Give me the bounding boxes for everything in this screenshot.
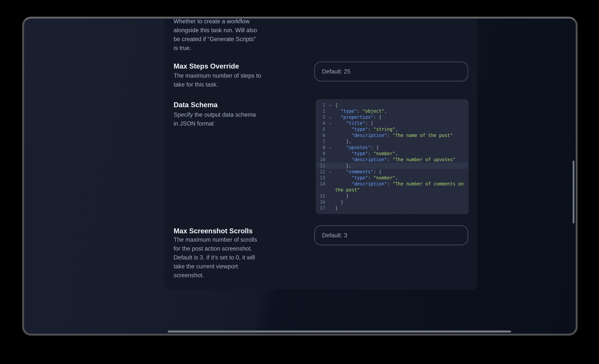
fold-gutter [325, 169, 335, 173]
code-line-text: "type": "number", [335, 175, 465, 181]
code-line-text: "title": { [335, 120, 465, 126]
fold-gutter [325, 102, 335, 106]
code-line-text: "description": "The number of upvotes" [335, 157, 465, 163]
code-line-text: "description": "The number of comments o… [335, 181, 465, 193]
line-number: 5 [316, 126, 325, 132]
data-schema-label: Data Schema [174, 101, 291, 109]
code-line: 10 "description": "The number of upvotes… [316, 157, 468, 163]
line-number: 1 [316, 102, 325, 108]
code-line-text: "comments": { [335, 169, 465, 175]
create-workflow-description: Whether to create a workflow alongside t… [174, 17, 287, 53]
code-line: 2 "type": "object", [316, 108, 468, 114]
horizontal-scrollbar-thumb[interactable] [168, 330, 511, 333]
line-number: 4 [316, 120, 325, 126]
fold-gutter [325, 181, 335, 183]
code-line-text: }, [335, 138, 465, 144]
line-number: 13 [316, 175, 325, 181]
code-line: 4 "title": { [316, 120, 468, 126]
code-line-text: } [335, 193, 465, 199]
fold-gutter [325, 108, 335, 110]
code-line: 6 "description": "The name of the post" [316, 132, 468, 138]
fold-gutter [325, 163, 335, 165]
fold-gutter [325, 175, 335, 177]
line-number: 8 [316, 144, 325, 151]
fold-gutter [325, 138, 335, 141]
fold-gutter [325, 144, 335, 148]
fold-gutter [325, 199, 335, 201]
code-line: 9 "type": "number", [316, 151, 468, 157]
code-line: 8 "upvotes": { [316, 144, 468, 151]
fold-gutter [325, 205, 335, 207]
fold-gutter [325, 126, 335, 128]
code-line: 1{ [316, 102, 468, 108]
device-display-frame: Whether to create a workflow alongside t… [22, 17, 578, 336]
code-line: 3 "properties": { [316, 114, 468, 120]
line-number: 7 [316, 138, 325, 144]
max-steps-description: The maximum number of steps to take for … [174, 71, 291, 89]
fold-gutter [325, 120, 335, 124]
max-screenshot-scrolls-description: The maximum number of scrolls for the po… [174, 235, 291, 280]
max-screenshot-scrolls-label: Max Screenshot Scrolls [174, 227, 291, 235]
chevron-down-icon[interactable] [329, 116, 332, 118]
code-line-text: "properties": { [335, 114, 465, 120]
fold-gutter [325, 114, 335, 118]
code-line-text: }, [335, 163, 465, 169]
line-number: 9 [316, 151, 325, 157]
chevron-down-icon[interactable] [329, 146, 332, 149]
max-screenshot-scrolls-input[interactable] [314, 225, 468, 245]
line-number: 6 [316, 132, 325, 138]
code-line-text: "description": "The name of the post" [335, 132, 465, 138]
fold-gutter [325, 157, 335, 159]
line-number: 14 [316, 181, 325, 187]
code-line: 14 "description": "The number of comment… [316, 181, 468, 193]
app-screen: Whether to create a workflow alongside t… [24, 18, 576, 334]
code-line: 12 "comments": { [316, 169, 468, 175]
code-line-text: } [335, 199, 465, 205]
code-line: 5 "type": "string", [316, 126, 468, 132]
line-number: 15 [316, 193, 325, 199]
code-line-text: "type": "number", [335, 151, 465, 157]
code-line: 15 } [316, 193, 468, 199]
line-number: 16 [316, 199, 325, 205]
chevron-down-icon[interactable] [329, 170, 332, 173]
code-line-text: "type": "object", [335, 108, 465, 114]
fold-gutter [325, 132, 335, 134]
code-line: 17} [316, 205, 468, 211]
line-number: 17 [316, 205, 325, 211]
code-editor-lines: 1{2 "type": "object",3 "properties": {4 … [316, 102, 468, 211]
code-line: 7 }, [316, 138, 468, 144]
fold-gutter [325, 193, 335, 195]
code-line-text: { [335, 102, 465, 108]
code-line: 16 } [316, 199, 468, 205]
data-schema-code-editor[interactable]: 1{2 "type": "object",3 "properties": {4 … [316, 100, 468, 214]
line-number: 2 [316, 108, 325, 114]
line-number: 11 [316, 163, 325, 169]
code-line: 13 "type": "number", [316, 175, 468, 181]
chevron-down-icon[interactable] [329, 122, 332, 124]
code-line-text: "type": "string", [335, 126, 465, 132]
vertical-scrollbar-thumb[interactable] [573, 160, 574, 223]
max-steps-input[interactable] [314, 62, 468, 81]
chevron-down-icon[interactable] [329, 104, 332, 106]
line-number: 12 [316, 169, 325, 175]
line-number: 10 [316, 157, 325, 163]
line-number: 3 [316, 114, 325, 120]
code-line-text: "upvotes": { [335, 144, 465, 151]
code-line-text: } [335, 205, 465, 211]
max-steps-label: Max Steps Override [174, 62, 291, 71]
data-schema-description: Specify the output data schema in JSON f… [174, 110, 291, 128]
code-line: 11 }, [316, 163, 468, 169]
fold-gutter [325, 151, 335, 153]
